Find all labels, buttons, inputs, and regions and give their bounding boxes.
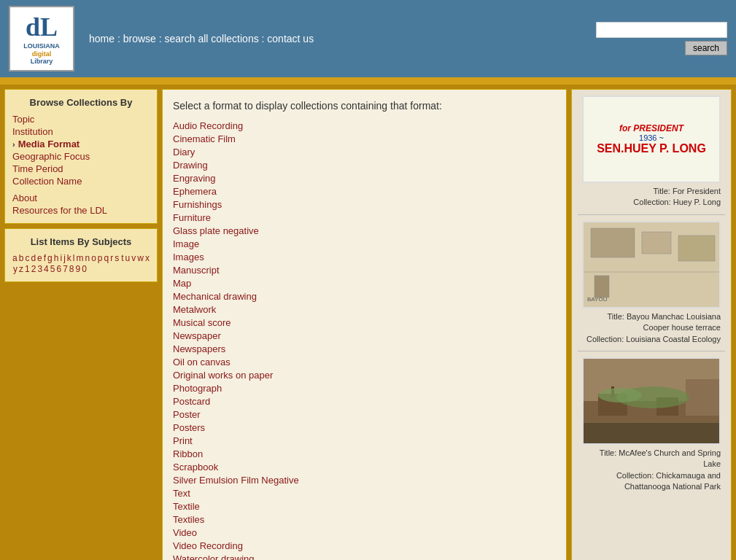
sidebar-item-resources[interactable]: Resources for the LDL — [12, 205, 150, 216]
format-link-silver-emulsion-film-negative[interactable]: Silver Emulsion Film Negative — [173, 475, 556, 486]
sidebar-item-time-period[interactable]: Time Period — [12, 163, 150, 174]
format-link-mechanical-drawing[interactable]: Mechanical drawing — [173, 291, 556, 302]
alpha-link-n[interactable]: n — [85, 253, 90, 263]
alpha-link-5[interactable]: 5 — [50, 264, 55, 274]
search-input[interactable] — [596, 22, 727, 38]
alpha-link-l[interactable]: l — [73, 253, 75, 263]
format-link-image[interactable]: Image — [173, 238, 556, 249]
alpha-link-4[interactable]: 4 — [44, 264, 49, 274]
format-link-textile[interactable]: Textile — [173, 501, 556, 512]
format-link-metalwork[interactable]: Metalwork — [173, 304, 556, 315]
alpha-link-8[interactable]: 8 — [69, 264, 74, 274]
alpha-link-j[interactable]: j — [63, 253, 66, 263]
featured-image-church[interactable] — [582, 357, 721, 445]
format-link-text[interactable]: Text — [173, 488, 556, 499]
format-link-ribbon[interactable]: Ribbon — [173, 448, 556, 459]
format-link-print[interactable]: Print — [173, 435, 556, 446]
alpha-link-h[interactable]: h — [54, 253, 59, 263]
alpha-link-z[interactable]: z — [19, 264, 23, 274]
format-link-scrapbook[interactable]: Scrapbook — [173, 462, 556, 472]
format-link-ephemera[interactable]: Ephemera — [173, 186, 556, 197]
sidebar-item-about[interactable]: About — [12, 192, 150, 203]
format-link-furnishings[interactable]: Furnishings — [173, 199, 556, 210]
format-link-diary[interactable]: Diary — [173, 147, 556, 158]
format-link-furniture[interactable]: Furniture — [173, 212, 556, 223]
alpha-link-y[interactable]: y — [13, 264, 18, 274]
alpha-link-f[interactable]: f — [44, 253, 46, 263]
alpha-link-2[interactable]: 2 — [31, 264, 36, 274]
header: dL LOUISIANA digital Library home : brow… — [0, 0, 736, 77]
svg-point-14 — [598, 388, 642, 402]
featured-image-president[interactable]: for PRESIDENT 1936 ~ SEN.HUEY P. LONG — [582, 96, 721, 183]
alpha-link-m[interactable]: m — [76, 253, 83, 263]
arrow-icon: › — [12, 140, 15, 149]
sidebar-item-geographic-focus[interactable]: Geographic Focus — [12, 151, 150, 162]
sidebar-item-media-format-label[interactable]: Media Format — [18, 139, 80, 149]
search-button[interactable]: search — [685, 41, 727, 55]
sidebar-item-media-format[interactable]: › Media Format — [12, 139, 150, 149]
format-link-original-works-on-paper[interactable]: Original works on paper — [173, 370, 556, 381]
format-link-postcard[interactable]: Postcard — [173, 396, 556, 407]
format-link-watercolor-drawing[interactable]: Watercolor drawing — [173, 553, 556, 560]
content-area: Select a format to display collections c… — [162, 89, 567, 560]
format-link-poster[interactable]: Poster — [173, 409, 556, 420]
format-link-newspaper[interactable]: Newspaper — [173, 330, 556, 341]
featured-collection-church: Collection: Chickamauga and Chattanooga … — [582, 470, 721, 493]
logo[interactable]: dL LOUISIANA digital Library — [9, 6, 74, 71]
format-link-audio-recording[interactable]: Audio Recording — [173, 120, 556, 131]
format-link-oil-on-canvas[interactable]: Oil on canvas — [173, 357, 556, 368]
alpha-link-i[interactable]: i — [60, 253, 62, 263]
browse-links: Topic Institution › Media Format Geograp… — [12, 114, 150, 187]
alpha-link-p[interactable]: p — [98, 253, 103, 263]
alpha-link-s[interactable]: s — [115, 253, 119, 263]
format-link-glass-plate-negative[interactable]: Glass plate negative — [173, 225, 556, 236]
format-link-photograph[interactable]: Photograph — [173, 383, 556, 394]
svg-rect-2 — [642, 232, 671, 254]
alpha-link-w[interactable]: w — [137, 253, 144, 263]
alpha-link-x[interactable]: x — [145, 253, 150, 263]
main-layout: Browse Collections By Topic Institution … — [0, 85, 736, 560]
format-link-video-recording[interactable]: Video Recording — [173, 540, 556, 551]
format-link-musical-score[interactable]: Musical score — [173, 317, 556, 328]
alpha-link-r[interactable]: r — [110, 253, 113, 263]
alpha-link-t[interactable]: t — [121, 253, 123, 263]
format-link-map[interactable]: Map — [173, 278, 556, 289]
format-link-video[interactable]: Video — [173, 527, 556, 538]
format-link-cinematic-film[interactable]: Cinematic Film — [173, 133, 556, 144]
format-link-textiles[interactable]: Textiles — [173, 514, 556, 525]
alpha-link-v[interactable]: v — [131, 253, 136, 263]
alpha-link-c[interactable]: c — [25, 253, 29, 263]
featured-image-map[interactable]: BAYOU — [582, 221, 721, 308]
logo-name: LOUISIANA — [23, 42, 60, 50]
format-link-manuscript[interactable]: Manuscript — [173, 265, 556, 276]
format-link-newspapers[interactable]: Newspapers — [173, 343, 556, 354]
sidebar-item-collection-name[interactable]: Collection Name — [12, 176, 150, 187]
format-link-engraving[interactable]: Engraving — [173, 173, 556, 184]
alpha-link-7[interactable]: 7 — [63, 264, 68, 274]
format-link-drawing[interactable]: Drawing — [173, 160, 556, 171]
sidebar-item-institution[interactable]: Institution — [12, 126, 150, 137]
format-link-images[interactable]: Images — [173, 252, 556, 262]
alpha-link-0[interactable]: 0 — [82, 264, 87, 274]
alpha-link-9[interactable]: 9 — [76, 264, 81, 274]
svg-text:BAYOU: BAYOU — [587, 296, 608, 303]
alpha-link-o[interactable]: o — [91, 253, 96, 263]
featured-item-president: for PRESIDENT 1936 ~ SEN.HUEY P. LONG Ti… — [578, 96, 725, 209]
alpha-link-q[interactable]: q — [104, 253, 109, 263]
format-link-posters[interactable]: Posters — [173, 422, 556, 433]
alpha-link-1[interactable]: 1 — [25, 264, 30, 274]
alpha-link-g[interactable]: g — [47, 253, 53, 263]
nav-links[interactable]: home : browse : search all collections :… — [74, 33, 596, 44]
alpha-link-d[interactable]: d — [31, 253, 36, 263]
alpha-link-b[interactable]: b — [19, 253, 24, 263]
alpha-link-a[interactable]: a — [12, 253, 18, 263]
alpha-link-k[interactable]: k — [67, 253, 71, 263]
featured-item-church: Title: McAfee's Church and Spring Lake C… — [578, 357, 725, 493]
alpha-link-e[interactable]: e — [37, 253, 42, 263]
alpha-link-3[interactable]: 3 — [37, 264, 42, 274]
sidebar-item-topic[interactable]: Topic — [12, 114, 150, 125]
featured-caption-map: Title: Bayou Manchac Louisiana Cooper ho… — [582, 311, 721, 345]
alpha-link-6[interactable]: 6 — [56, 264, 61, 274]
svg-rect-5 — [594, 276, 609, 298]
alpha-link-u[interactable]: u — [125, 253, 131, 263]
